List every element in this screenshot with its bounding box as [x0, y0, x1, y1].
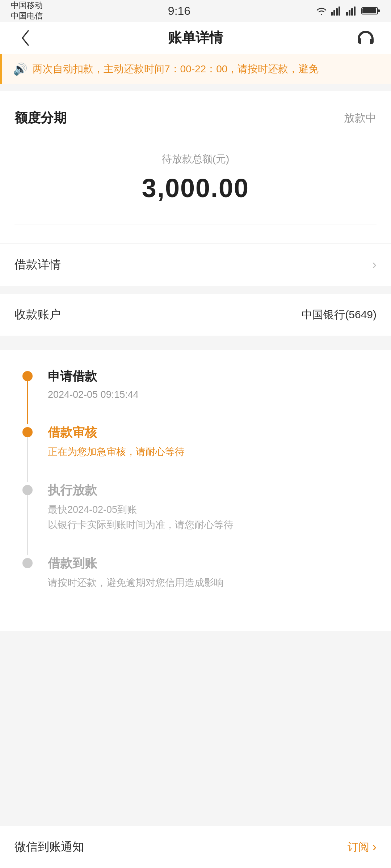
timeline-content-2: 借款审核 正在为您加急审核，请耐心等待 — [48, 424, 373, 482]
svg-rect-10 — [378, 9, 380, 12]
timeline-title-2: 借款审核 — [48, 424, 373, 441]
timeline-left-1 — [22, 368, 33, 424]
wifi-icon — [316, 6, 327, 16]
battery-icon — [361, 6, 380, 16]
footer-chevron-icon: › — [372, 839, 377, 855]
timeline-line-3 — [27, 495, 28, 555]
timeline-section: 申请借款 2024-02-05 09:15:44 借款审核 正在为您加急审核，请… — [0, 350, 391, 631]
svg-rect-7 — [354, 7, 356, 16]
card-status: 放款中 — [344, 111, 377, 125]
timeline-dot-4 — [22, 558, 33, 568]
amount-label: 待放款总额(元) — [14, 152, 377, 166]
timeline-item-disburse: 执行放款 最快2024-02-05到账 以银行卡实际到账时间为准，请您耐心等待 — [22, 482, 373, 555]
footer-label: 微信到账通知 — [14, 839, 84, 855]
account-label: 收款账户 — [14, 307, 61, 323]
timeline-title-3: 执行放款 — [48, 482, 373, 499]
timeline-item-review: 借款审核 正在为您加急审核，请耐心等待 — [22, 424, 373, 482]
carrier2-label: 中国电信 — [11, 11, 43, 21]
header: 账单详情 — [0, 22, 391, 54]
timeline-subtitle-2: 正在为您加急审核，请耐心等待 — [48, 445, 373, 458]
timeline-left-2 — [22, 424, 33, 482]
back-button[interactable] — [14, 27, 36, 49]
gray-separator-2 — [0, 336, 391, 343]
notice-text: 两次自动扣款，主动还款时间7：00-22：00，请按时还款，避免 — [33, 62, 319, 76]
status-bar: 中国移动 中国电信 9:16 — [0, 0, 391, 22]
svg-rect-4 — [346, 12, 348, 16]
footer-action[interactable]: 订阅 › — [348, 839, 377, 855]
main-card: 额度分期 放款中 待放款总额(元) 3,000.00 — [0, 91, 391, 243]
timeline-dot-3 — [22, 485, 33, 495]
timeline-content-1: 申请借款 2024-02-05 09:15:44 — [48, 368, 373, 424]
gray-separator-1 — [0, 286, 391, 293]
footer-spacer — [0, 631, 391, 678]
timeline-dot-2 — [22, 427, 33, 437]
amount-value: 3,000.00 — [14, 173, 377, 203]
footer-notification-row: 微信到账通知 订阅 › — [0, 826, 391, 868]
timeline-dot-1 — [22, 371, 33, 381]
loan-details-label: 借款详情 — [14, 257, 61, 273]
timeline-item-received: 借款到账 请按时还款，避免逾期对您信用造成影响 — [22, 555, 373, 613]
notice-speaker-icon: 🔊 — [13, 62, 28, 76]
timeline-line-1 — [27, 381, 28, 424]
headphone-button[interactable] — [355, 27, 377, 49]
page-title: 账单详情 — [168, 29, 223, 47]
account-value: 中国银行(5649) — [302, 307, 377, 322]
timeline-subtitle-4: 请按时还款，避免逾期对您信用造成影响 — [48, 576, 373, 589]
account-row: 收款账户 中国银行(5649) — [0, 294, 391, 336]
timeline-line-2 — [27, 437, 28, 482]
svg-rect-2 — [336, 8, 338, 16]
timeline-content-4: 借款到账 请按时还款，避免逾期对您信用造成影响 — [48, 555, 373, 613]
timeline-subtitle-3a: 最快2024-02-05到账 — [48, 503, 373, 516]
svg-rect-5 — [349, 10, 350, 16]
timeline-subtitle-3b: 以银行卡实际到账时间为准，请您耐心等待 — [48, 518, 373, 531]
timeline-left-3 — [22, 482, 33, 555]
footer-action-label: 订阅 — [348, 840, 369, 855]
extra-sep — [0, 343, 391, 350]
carrier-info: 中国移动 中国电信 — [11, 0, 43, 21]
loan-details-right: › — [372, 257, 377, 272]
loan-details-row[interactable]: 借款详情 › — [0, 244, 391, 286]
svg-rect-0 — [331, 12, 333, 16]
status-time: 9:16 — [168, 4, 190, 18]
card-header: 额度分期 放款中 — [14, 109, 377, 127]
svg-rect-9 — [362, 8, 376, 13]
notice-banner: 🔊 两次自动扣款，主动还款时间7：00-22：00，请按时还款，避免 — [0, 54, 391, 84]
svg-rect-1 — [333, 10, 335, 16]
status-icons — [316, 6, 380, 16]
carrier1-label: 中国移动 — [11, 0, 43, 11]
divider — [14, 225, 377, 225]
timeline-title-4: 借款到账 — [48, 555, 373, 572]
timeline-left-4 — [22, 555, 33, 613]
amount-section: 待放款总额(元) 3,000.00 — [14, 145, 377, 221]
timeline-title-1: 申请借款 — [48, 368, 373, 385]
timeline-item-apply: 申请借款 2024-02-05 09:15:44 — [22, 368, 373, 424]
svg-rect-3 — [339, 7, 340, 16]
timeline-subtitle-1: 2024-02-05 09:15:44 — [48, 389, 373, 400]
card-title: 额度分期 — [14, 109, 67, 127]
signal-icon — [331, 6, 342, 16]
signal-icon2 — [346, 6, 358, 16]
headphone-icon — [356, 29, 376, 47]
chevron-right-icon: › — [372, 257, 377, 272]
timeline-content-3: 执行放款 最快2024-02-05到账 以银行卡实际到账时间为准，请您耐心等待 — [48, 482, 373, 555]
svg-rect-6 — [351, 8, 353, 16]
